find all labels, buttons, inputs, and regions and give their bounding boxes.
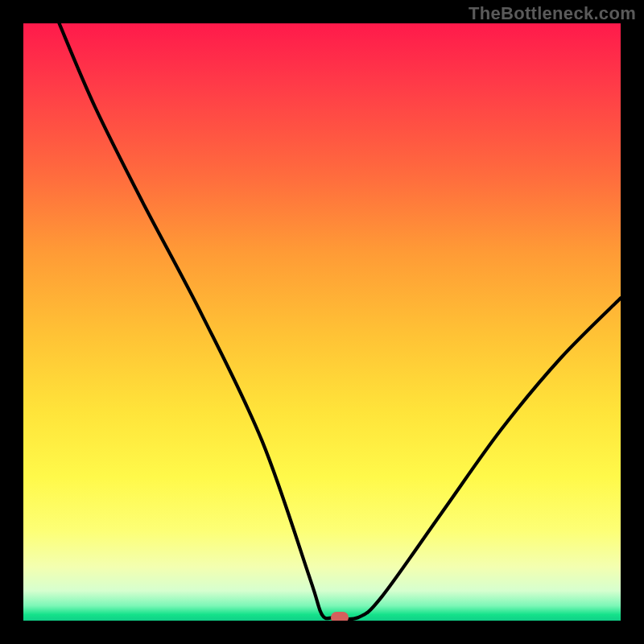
chart-frame: TheBottleneck.com [0, 0, 644, 644]
curve-path [60, 23, 621, 619]
optimal-point-marker [331, 612, 349, 621]
bottleneck-curve [23, 23, 621, 621]
watermark-text: TheBottleneck.com [469, 3, 636, 24]
plot-area [23, 23, 621, 621]
